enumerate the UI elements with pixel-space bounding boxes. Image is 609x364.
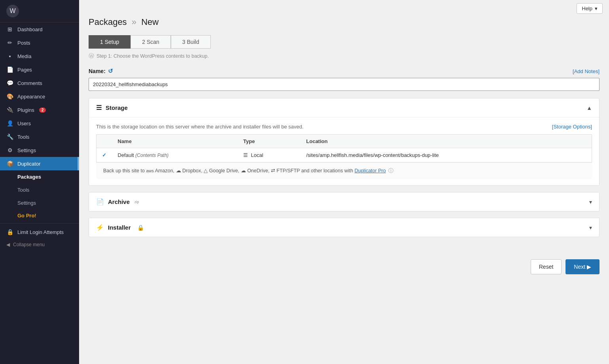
storage-options-link[interactable]: [Storage Options] [552, 124, 592, 130]
storage-card-header[interactable]: ☰ Storage ▲ [89, 98, 599, 117]
gdrive-icon: △ [204, 168, 208, 174]
sidebar-item-limit-login[interactable]: 🔒 Limit Login Attempts [0, 225, 79, 239]
settings-icon: ⚙ [6, 147, 13, 153]
storage-icon: ☰ [96, 104, 102, 111]
next-button[interactable]: Next ▶ [566, 259, 600, 274]
archive-icon: 📄 [96, 198, 104, 206]
media-icon: ▪ [6, 53, 13, 59]
archive-zip-label: zip [134, 200, 139, 204]
archive-card-header[interactable]: 📄 Archive zip ▾ [89, 192, 599, 211]
sidebar-item-label: Media [17, 53, 31, 59]
storage-description: This is the storage location on this ser… [96, 124, 304, 130]
sidebar-item-posts[interactable]: ✏ Posts [0, 36, 79, 49]
collapse-label: Collapse menu [13, 242, 45, 247]
collapse-icon: ◀ [6, 242, 10, 247]
appearance-icon: 🎨 [6, 93, 13, 100]
wp-logo-icon: W [6, 5, 19, 17]
sidebar-sub-settings[interactable]: Settings [0, 196, 79, 209]
step-setup-label: 1 Setup [100, 39, 119, 45]
help-chevron-icon: ▾ [595, 6, 598, 11]
sidebar-item-label: Tools [17, 134, 29, 140]
installer-bolt-icon: ⚡ [96, 224, 104, 231]
archive-chevron-icon: ▾ [589, 199, 592, 205]
storage-card-body: This is the storage location on this ser… [89, 117, 599, 185]
sidebar-sub-gopro[interactable]: Go Pro! [0, 209, 79, 222]
reset-button[interactable]: Reset [531, 259, 562, 274]
storage-title-row: ☰ Storage [96, 104, 128, 111]
onedrive-icon: ☁ [241, 168, 246, 174]
dropbox-icon: ☁ [176, 168, 181, 174]
gopro-label: Go Pro! [17, 213, 36, 219]
page-title: Packages » New [89, 17, 600, 27]
sidebar-item-comments[interactable]: 💬 Comments [0, 76, 79, 90]
row-location: /sites/amp.hellfish.media/files/wp-conte… [301, 148, 592, 162]
installer-card: ⚡ Installer 🔒 ▾ [89, 218, 600, 237]
backup-notice-text: Back up this site to [103, 168, 146, 174]
installer-title-row: ⚡ Installer 🔒 [96, 224, 144, 231]
sidebar: W ⊞ Dashboard ✏ Posts ▪ Media 📄 Pages 💬 … [0, 0, 79, 364]
bottom-bar: Reset Next ▶ [79, 253, 609, 281]
col-type: Type [238, 135, 301, 148]
package-name-input[interactable] [89, 78, 600, 91]
sidebar-item-label: Pages [17, 67, 32, 73]
local-icon: ☰ [243, 152, 248, 158]
sidebar-item-pages[interactable]: 📄 Pages [0, 63, 79, 76]
tools-icon: 🔧 [6, 134, 13, 140]
name-row: Name: ↺ [Add Notes] [89, 68, 600, 75]
amazon-icon: aws [146, 168, 154, 173]
sidebar-sub-packages[interactable]: Packages [0, 170, 79, 183]
sidebar-sub-tools[interactable]: Tools [0, 183, 79, 196]
row-name: Default (Contents Path) [112, 148, 238, 162]
storage-table: Name Type Location ✓ Default (C [96, 134, 592, 162]
collapse-menu[interactable]: ◀ Collapse menu [0, 239, 79, 251]
sidebar-item-label: Dashboard [17, 26, 43, 32]
duplicator-pro-link[interactable]: Duplicator Pro [354, 168, 386, 174]
next-label: Next ▶ [574, 264, 591, 270]
row-type-text: Local [251, 152, 263, 158]
row-name-sub: (Contents Path) [135, 153, 168, 158]
sidebar-item-label: Posts [17, 40, 30, 46]
step-setup-button[interactable]: 1 Setup [89, 35, 130, 49]
sidebar-item-label: Settings [17, 147, 36, 153]
archive-title: Archive [108, 198, 130, 205]
page-title-main: Packages [89, 17, 127, 27]
installer-lock-icon: 🔒 [137, 224, 144, 231]
sidebar-item-media[interactable]: ▪ Media [0, 49, 79, 63]
name-label-text: Name: [89, 68, 106, 74]
sidebar-item-label: Users [17, 121, 31, 126]
sidebar-item-appearance[interactable]: 🎨 Appearance [0, 90, 79, 103]
col-location: Location [301, 135, 592, 148]
ftp-icon: ⇄ [271, 168, 275, 174]
sidebar-item-label: Comments [17, 80, 42, 86]
step-build-button[interactable]: 3 Build [171, 35, 211, 49]
plugins-icon: 🔌 [6, 107, 13, 113]
comments-icon: 💬 [6, 80, 13, 86]
storage-description-row: This is the storage location on this ser… [96, 124, 592, 130]
sidebar-item-settings[interactable]: ⚙ Settings [0, 143, 79, 157]
topbar: Help ▾ [79, 0, 609, 17]
breadcrumb-arrow: » [132, 17, 136, 27]
sidebar-item-duplicator[interactable]: 📦 Duplicator [0, 157, 79, 170]
installer-card-header[interactable]: ⚡ Installer 🔒 ▾ [89, 218, 599, 237]
refresh-icon[interactable]: ↺ [108, 68, 113, 75]
sidebar-sub-label: Settings [17, 200, 36, 206]
sidebar-item-plugins[interactable]: 🔌 Plugins 2 [0, 103, 79, 117]
archive-title-row: 📄 Archive zip [96, 198, 139, 206]
storage-card: ☰ Storage ▲ This is the storage location… [89, 98, 600, 186]
sidebar-item-users[interactable]: 👤 Users [0, 117, 79, 130]
col-check [96, 135, 112, 148]
info-icon: ⓘ [388, 168, 393, 174]
sidebar-item-tools[interactable]: 🔧 Tools [0, 130, 79, 143]
installer-title: Installer [108, 224, 131, 231]
storage-chevron-icon: ▲ [586, 105, 592, 111]
row-name-text: Default [118, 152, 134, 158]
sidebar-sub-label: Packages [17, 174, 41, 180]
help-button[interactable]: Help ▾ [577, 3, 603, 14]
name-label: Name: ↺ [89, 68, 113, 75]
step-build-label: 3 Build [182, 39, 199, 45]
sidebar-item-dashboard[interactable]: ⊞ Dashboard [0, 23, 79, 36]
step-scan-button[interactable]: 2 Scan [130, 35, 171, 49]
plugins-badge: 2 [39, 108, 46, 113]
add-notes-link[interactable]: [Add Notes] [573, 68, 600, 74]
sidebar-item-label: Limit Login Attempts [17, 229, 64, 235]
